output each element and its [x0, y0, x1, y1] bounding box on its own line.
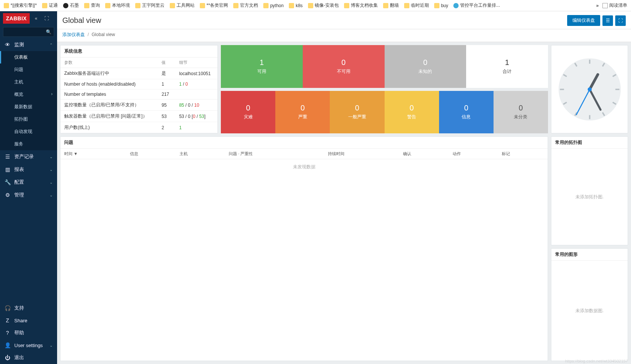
chart-icon: ▥: [5, 166, 11, 172]
widget-title: 常用的拓扑图: [551, 137, 628, 149]
power-icon: ⏻: [5, 355, 11, 361]
bookmark-item[interactable]: 博客文档收集: [344, 2, 378, 9]
widget-clock: [551, 45, 628, 133]
bookmark-item[interactable]: 石墨: [63, 2, 79, 9]
no-data-text: 未发现数据: [60, 159, 548, 175]
bookmark-item[interactable]: 翻墙: [383, 2, 399, 9]
sidebar: ZABBIX « ⛶ 🔍 👁 监测 ⌃ 仪表板问题主机概览 ›最新数据拓扑图自动…: [0, 11, 57, 364]
sidebar-sub-item[interactable]: 最新数据: [0, 101, 57, 113]
chevron-down-icon: ⌄: [50, 180, 53, 184]
widget-favorite-maps: 常用的拓扑图 未添加拓扑图.: [551, 136, 628, 245]
widget-availability: 1可用0不可用0未知的1合计 0灾难0严重0一般严重0警告0信息0未分类: [221, 45, 548, 133]
column-header[interactable]: 信息: [126, 149, 176, 159]
status-tile[interactable]: 1可用: [221, 45, 303, 88]
watermark: https://blog.csdn.net/wt334502157: [565, 359, 628, 363]
logo[interactable]: ZABBIX: [3, 13, 30, 24]
status-tile[interactable]: 0未知的: [385, 45, 466, 88]
search-icon[interactable]: 🔍: [46, 29, 51, 35]
bookmark-reading-list[interactable]: 阅读清单: [602, 2, 627, 9]
actions-menu-button[interactable]: ☰: [602, 15, 613, 26]
nav-reports[interactable]: ▥ 报表 ⌄: [0, 163, 57, 176]
col-detail: 细节: [175, 57, 217, 68]
list-icon: ☰: [5, 154, 11, 160]
table-row: Number of templates217: [60, 89, 217, 100]
column-header[interactable]: 确认: [399, 149, 449, 159]
svg-point-13: [587, 87, 592, 91]
breadcrumb-current[interactable]: Global view: [92, 32, 115, 37]
chevron-down-icon: ⌄: [50, 343, 53, 347]
user-icon: 👤: [5, 342, 11, 348]
nav-user-settings[interactable]: 👤User settings⌄: [0, 339, 57, 351]
share-icon: Z: [5, 317, 11, 323]
nav-share[interactable]: ZShare: [0, 314, 57, 326]
bookmark-item[interactable]: buy: [434, 3, 448, 8]
sidebar-sub-item[interactable]: 主机: [0, 76, 57, 88]
widget-title: 问题: [60, 137, 548, 149]
chevron-up-icon: ⌃: [50, 43, 53, 47]
chevron-down-icon: ⌄: [50, 193, 53, 197]
bookmark-item[interactable]: 镜像-安装包: [308, 2, 339, 9]
status-tile[interactable]: 0灾难: [221, 91, 275, 134]
collapse-icon[interactable]: «: [32, 14, 40, 23]
wrench-icon: 🔧: [5, 179, 11, 185]
table-row: 监控项数量（已启用/已禁用/不支持）9585 / 0 / 10: [60, 100, 217, 111]
chevron-down-icon: ⌄: [50, 155, 53, 159]
browser-bookmark-bar: *||搜索引擎||*证通石墨查询本地环境王宇阿里云工具网站**各类官网官方文档p…: [0, 0, 631, 11]
status-tile[interactable]: 0严重: [275, 91, 330, 134]
fullscreen-button[interactable]: ⛶: [615, 15, 626, 26]
gear-icon: ⚙: [5, 192, 11, 198]
column-header[interactable]: 持续时间: [324, 149, 399, 159]
widget-title: 常用的图形: [551, 249, 628, 261]
bookmark-item[interactable]: 临时近期: [404, 2, 429, 9]
bookmark-item[interactable]: 王宇阿里云: [135, 2, 165, 9]
bookmark-item[interactable]: 查询: [84, 2, 100, 9]
bookmark-item[interactable]: python: [263, 3, 284, 8]
status-tile[interactable]: 0信息: [439, 91, 494, 134]
sidebar-sub-item[interactable]: 问题: [0, 63, 57, 76]
search-box[interactable]: 🔍: [3, 27, 54, 37]
bookmark-item[interactable]: 官方文档: [233, 2, 258, 9]
nav-monitoring[interactable]: 👁 监测 ⌃: [0, 38, 57, 51]
bookmark-item[interactable]: 工具网站: [170, 2, 195, 9]
empty-text: 未添加数据图.: [551, 261, 628, 361]
nav-signout[interactable]: ⏻退出: [0, 351, 57, 364]
status-tile[interactable]: 1合计: [466, 45, 548, 88]
sidebar-sub-item[interactable]: 仪表板: [0, 51, 57, 63]
breadcrumb-add[interactable]: 添加仪表盘: [62, 32, 85, 37]
sidebar-sub-item[interactable]: 自动发现: [0, 125, 57, 138]
bookmark-item[interactable]: **各类官网: [200, 2, 228, 9]
bookmark-item[interactable]: 本地环境: [105, 2, 130, 9]
status-tile[interactable]: 0未分类: [494, 91, 548, 134]
sidebar-sub-item[interactable]: 服务: [0, 138, 57, 150]
nav-config[interactable]: 🔧 配置 ⌄: [0, 176, 57, 189]
edit-dashboard-button[interactable]: 编辑仪表盘: [567, 15, 600, 26]
search-input[interactable]: [6, 29, 46, 35]
column-header[interactable]: 问题 · 严重性: [225, 149, 324, 159]
expand-icon[interactable]: ⛶: [42, 14, 51, 23]
column-header[interactable]: 动作: [449, 149, 498, 159]
nav-support[interactable]: 🎧支持: [0, 302, 57, 314]
empty-text: 未添加拓扑图.: [551, 149, 628, 245]
nav-admin[interactable]: ⚙ 管理 ⌄: [0, 189, 57, 201]
table-row: Number of hosts (enabled/disabled)11 / 0: [60, 79, 217, 89]
col-value: 值: [158, 57, 175, 68]
status-tile[interactable]: 0警告: [385, 91, 439, 134]
nav-help[interactable]: ?帮助: [0, 326, 57, 339]
bookmark-item[interactable]: 证通: [42, 2, 58, 9]
sidebar-sub-item[interactable]: 概览 ›: [0, 88, 57, 101]
column-header[interactable]: 标记: [498, 149, 548, 159]
widget-title: 系统信息: [60, 45, 217, 57]
bookmark-item[interactable]: 管控平台工作量排...: [453, 2, 500, 9]
bookmark-overflow[interactable]: »: [596, 3, 599, 8]
bookmark-item[interactable]: *||搜索引擎||*: [4, 2, 37, 9]
status-tile[interactable]: 0一般严重: [330, 91, 384, 134]
sidebar-sub-item[interactable]: 拓扑图: [0, 113, 57, 125]
breadcrumb: 添加仪表盘 / Global view: [57, 29, 631, 42]
bookmark-item[interactable]: k8s: [289, 3, 303, 8]
page-title: Global view: [62, 16, 101, 25]
headset-icon: 🎧: [5, 305, 11, 311]
column-header[interactable]: 主机: [176, 149, 225, 159]
column-header[interactable]: 时间 ▼: [60, 149, 126, 159]
status-tile[interactable]: 0不可用: [303, 45, 385, 88]
nav-inventory[interactable]: ☰ 资产记录 ⌄: [0, 150, 57, 163]
